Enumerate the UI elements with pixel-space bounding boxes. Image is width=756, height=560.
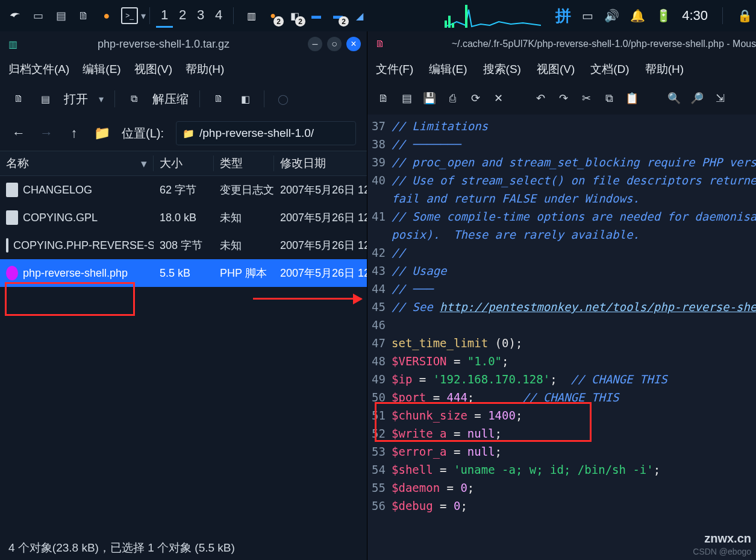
new-archive-icon[interactable]: 🗎 (11, 91, 27, 107)
separator (722, 7, 723, 24)
archive-menubar: 归档文件(A) 编辑(E) 视图(V) 帮助(H) (0, 57, 367, 82)
archive-titlebar[interactable]: ▥ php-reverse-shell-1.0.tar.gz – ○ × (0, 31, 367, 57)
php-file-icon (6, 266, 18, 280)
extract-label[interactable]: 解压缩 (152, 91, 189, 107)
new-file-icon[interactable]: 🗎 (377, 92, 390, 105)
workspace-3[interactable]: 3 (192, 4, 209, 28)
redo-icon[interactable]: ↷ (557, 92, 570, 105)
battery-icon[interactable]: 🔋 (656, 8, 671, 23)
app-wireshark[interactable]: ◢ (351, 7, 369, 25)
file-list[interactable]: CHANGELOG 62 字节 变更日志文档 2007年5月26日 12:… C… (0, 176, 367, 536)
files-icon[interactable]: ▭ (30, 7, 46, 24)
goto-icon[interactable]: ⇲ (713, 92, 726, 105)
col-type[interactable]: 类型 (214, 156, 274, 171)
archive-window: ▥ php-reverse-shell-1.0.tar.gz – ○ × 归档文… (0, 31, 367, 560)
app-folder[interactable]: ▬ (307, 7, 325, 25)
file-row[interactable]: COPYING.PHP-REVERSE-SHELL 308 字节 未知 2007… (0, 231, 367, 259)
workspace-1[interactable]: 1 (156, 4, 173, 28)
search-icon[interactable]: 🔍 (667, 92, 681, 105)
file-row[interactable]: CHANGELOG 62 字节 变更日志文档 2007年5月26日 12:… (0, 176, 367, 204)
menu-file[interactable]: 文件(F) (376, 61, 413, 77)
app-archive[interactable]: ▥ (242, 7, 260, 25)
open-apps: ▥ ●2 ◧2 ▬ ▬2 ◢ (242, 7, 369, 25)
close-file-icon[interactable]: ✕ (492, 92, 505, 105)
svg-rect-3 (465, 5, 467, 28)
file-list-header: 名称▾ 大小 类型 修改日期 (0, 151, 367, 176)
menu-search[interactable]: 搜索(S) (483, 61, 521, 77)
paste-icon[interactable]: 📋 (625, 92, 639, 105)
editor-window: 🗎 ~/.cache/.fr-5pUl7K/php-reverse-shell-… (367, 31, 756, 560)
archive-location-bar: ← → ↑ 📁 位置(L): 📁 /php-reverse-shell-1.0/ (0, 116, 367, 151)
open-file-icon[interactable]: ▤ (400, 92, 413, 105)
col-size[interactable]: 大小 (154, 156, 214, 171)
folder-icon: 📁 (183, 128, 195, 139)
firefox-icon[interactable]: ● (98, 7, 115, 24)
back-icon[interactable]: ← (11, 125, 27, 141)
archive-statusbar: 4 个对象(23.8 kB)，已选择 1 个对象 (5.5 kB) (0, 536, 367, 560)
save-as-icon[interactable]: ⎙ (446, 92, 459, 105)
volume-icon[interactable]: 🔊 (604, 8, 619, 23)
file-row-selected[interactable]: php-reverse-shell.php 5.5 kB PHP 脚本 2007… (0, 259, 367, 287)
file-manager-icon[interactable]: ▤ (52, 7, 69, 24)
archive-title: php-reverse-shell-1.0.tar.gz (19, 38, 308, 51)
menu-view[interactable]: 视图(V) (537, 61, 575, 77)
close-button[interactable]: × (346, 37, 361, 51)
file-row[interactable]: COPYING.GPL 18.0 kB 未知 2007年5月26日 12:… (0, 204, 367, 231)
notifications-icon[interactable]: 🔔 (630, 8, 645, 23)
separator (149, 7, 150, 24)
workspace-2[interactable]: 2 (174, 4, 191, 28)
reload-icon[interactable]: ⟳ (469, 92, 482, 105)
archive-toolbar: 🗎 ▤ 打开 ▾ ⧉ 解压缩 🗎 ◧ ◯ (0, 82, 367, 116)
file-icon (6, 210, 18, 225)
menu-archive-file[interactable]: 归档文件(A) (8, 61, 69, 77)
copy-icon[interactable]: ⧉ (602, 92, 616, 105)
divider (114, 90, 115, 107)
location-path: /php-reverse-shell-1.0/ (199, 127, 314, 140)
menu-edit[interactable]: 编辑(E) (83, 61, 120, 77)
display-icon[interactable]: ▭ (582, 8, 593, 23)
menu-edit[interactable]: 编辑(E) (429, 61, 467, 77)
undo-icon[interactable]: ↶ (534, 92, 547, 105)
add-folder-icon[interactable]: ◧ (237, 91, 253, 107)
watermark-author: CSDN @ebogo (693, 547, 751, 556)
cpu-graph (445, 4, 541, 28)
menu-view[interactable]: 视图(V) (134, 61, 172, 77)
extract-icon[interactable]: ⧉ (126, 91, 142, 107)
archive-app-icon: ▥ (6, 37, 19, 51)
save-icon[interactable]: 💾 (423, 92, 436, 105)
add-file-icon[interactable]: 🗎 (211, 91, 226, 107)
open-label[interactable]: 打开 (64, 91, 88, 107)
editor-titlebar[interactable]: 🗎 ~/.cache/.fr-5pUl7K/php-reverse-shell-… (367, 31, 756, 57)
col-date[interactable]: 修改日期 (274, 156, 367, 171)
lock-icon[interactable]: 🔒 (737, 8, 752, 23)
menu-help[interactable]: 帮助(H) (645, 61, 684, 77)
menu-document[interactable]: 文档(D) (590, 61, 629, 77)
code-area[interactable]: 37// Limitations 38// ─────── 39// proc_… (367, 115, 756, 560)
replace-icon[interactable]: 🔎 (690, 92, 704, 105)
forward-icon[interactable]: → (39, 125, 54, 141)
ime-indicator[interactable]: 拼 (555, 5, 571, 27)
svg-rect-0 (445, 20, 447, 28)
up-icon[interactable]: ↑ (66, 125, 82, 141)
clock[interactable]: 4:30 (682, 8, 708, 24)
separator (233, 7, 234, 24)
kali-menu-icon[interactable] (7, 7, 23, 24)
workspace-4[interactable]: 4 (210, 4, 227, 28)
menu-help[interactable]: 帮助(H) (186, 61, 224, 77)
open-archive-icon[interactable]: ▤ (37, 91, 53, 107)
col-name[interactable]: 名称▾ (0, 156, 154, 171)
location-input[interactable]: 📁 /php-reverse-shell-1.0/ (176, 121, 356, 145)
mousepad-app-icon: 🗎 (373, 37, 387, 51)
workspace-switcher[interactable]: 1 2 3 4 (156, 4, 227, 28)
home-folder-icon[interactable]: 📁 (94, 125, 110, 141)
file-icon (6, 238, 8, 253)
app-terminal[interactable]: ◧2 (286, 7, 304, 25)
app-firefox[interactable]: ●2 (264, 7, 282, 25)
maximize-button[interactable]: ○ (327, 37, 342, 51)
terminal-icon[interactable]: >_ (121, 7, 138, 24)
document-icon[interactable]: 🗎 (75, 7, 92, 24)
minimize-button[interactable]: – (308, 37, 322, 51)
cut-icon[interactable]: ✂ (579, 92, 593, 105)
system-tray: 拼 ▭ 🔊 🔔 🔋 4:30 🔒 (445, 4, 752, 28)
app-folder2[interactable]: ▬2 (329, 7, 347, 25)
